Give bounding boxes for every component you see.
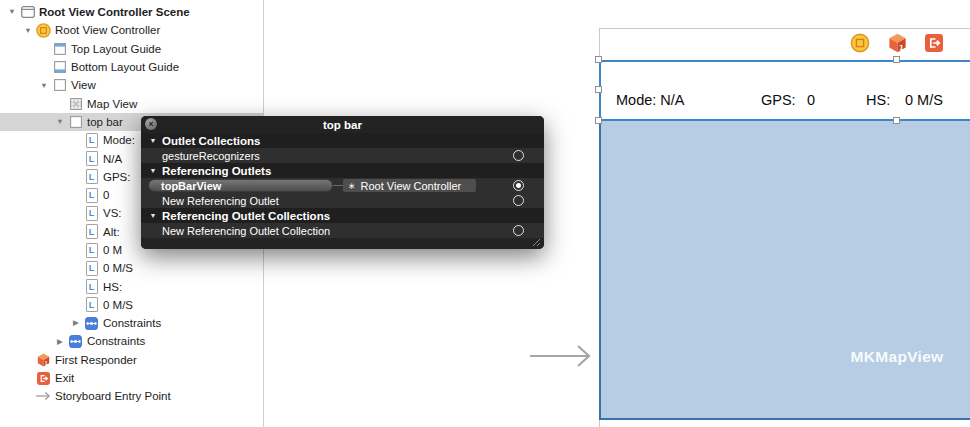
disclosure-closed-icon[interactable]: ▶: [68, 319, 84, 327]
disclosure-open-icon[interactable]: ▼: [4, 8, 20, 16]
outline-row-label: Constraints: [87, 335, 145, 347]
selection-handle-left-mid[interactable]: [595, 86, 602, 93]
outline-row-root-view-controller[interactable]: ▼Root View Controller: [0, 21, 263, 39]
view-icon: [68, 114, 83, 129]
popup-outlet-label: gestureRecognizers: [162, 150, 260, 162]
outline-row-map-view[interactable]: Map View: [0, 94, 263, 112]
outline-row-label: 0 M/S: [103, 262, 133, 274]
outline-row-view[interactable]: ▼View: [0, 76, 263, 94]
disclosure-open-icon[interactable]: ▼: [36, 82, 52, 90]
popup-outlet-row[interactable]: New Referencing Outlet Collection: [141, 223, 544, 238]
interface-builder-window: ▼Root View Controller Scene▼Root View Co…: [0, 0, 970, 427]
outline-row-label: Map View: [87, 98, 137, 110]
disclosure-open-icon[interactable]: ▼: [52, 118, 68, 126]
outline-row-label: GPS:: [103, 171, 130, 183]
label-icon: L: [84, 279, 99, 294]
outline-row-label: 0 M/S: [103, 299, 133, 311]
close-icon[interactable]: ×: [145, 118, 157, 130]
outline-row-label: HS:: [103, 281, 122, 293]
outline-row-label: Storyboard Entry Point: [55, 390, 171, 402]
connection-target[interactable]: ∗Root View Controller: [343, 179, 476, 192]
constraints-icon: [84, 316, 99, 331]
first-responder-icon[interactable]: 1: [887, 33, 907, 53]
outline-row-label: View: [71, 79, 96, 91]
outline-row-label: Exit: [55, 372, 74, 384]
label-icon: L: [84, 133, 99, 148]
outline-row-label: Constraints: [103, 317, 161, 329]
outline-row-0-m-s[interactable]: L0 M/S: [0, 259, 263, 277]
connections-popup: × top bar ▼Outlet CollectionsgestureReco…: [141, 116, 544, 249]
outline-row-root-view-controller-scene[interactable]: ▼Root View Controller Scene: [0, 3, 263, 21]
entry-icon: [36, 389, 51, 404]
connection-radio-filled[interactable]: [513, 180, 524, 191]
popup-section-header: ▼Outlet Collections: [141, 133, 544, 148]
selection-handle-top-mid[interactable]: [893, 56, 900, 63]
label-icon: L: [84, 169, 99, 184]
target-name: Root View Controller: [361, 180, 462, 192]
top-bar-view[interactable]: Mode: N/AGPS:0HS:0 M/SVS:0 M/SAlt:0 M: [599, 60, 970, 121]
bottom-guide-icon: [52, 60, 67, 75]
selection-handle-top-left[interactable]: [595, 56, 602, 63]
vc-icon: [36, 23, 51, 38]
outline-row-label: 0 M: [103, 244, 122, 256]
view-icon: [52, 78, 67, 93]
responder-icon: 1: [36, 352, 51, 367]
map-view-class-label: MKMapView: [601, 348, 970, 366]
selection-handle-bottom-mid[interactable]: [893, 117, 900, 124]
svg-text:1: 1: [45, 359, 48, 365]
label-icon: L: [84, 243, 99, 258]
popup-outlet-label: New Referencing Outlet: [162, 195, 279, 207]
label-icon: L: [84, 206, 99, 221]
popup-outlet-row[interactable]: New Referencing Outlet: [141, 193, 544, 208]
connected-outlet-pill[interactable]: topBarView: [148, 179, 333, 192]
exit-icon: [36, 371, 51, 386]
outline-row-constraints[interactable]: ▶Constraints: [0, 314, 263, 332]
outline-row-label: Mode:: [103, 134, 135, 146]
outline-row-label: Bottom Layout Guide: [71, 61, 179, 73]
svg-text:1: 1: [899, 43, 904, 52]
label-icon: L: [84, 151, 99, 166]
popup-section-title: Referencing Outlet Collections: [162, 210, 330, 222]
map-icon: [68, 96, 83, 111]
outline-row-label: Top Layout Guide: [71, 43, 161, 55]
outline-row-label: 0: [103, 189, 109, 201]
label-icon: L: [84, 188, 99, 203]
outline-row-constraints[interactable]: ▶Constraints: [0, 332, 263, 350]
top-bar-label: 0: [807, 92, 815, 108]
outline-row-first-responder[interactable]: 1First Responder: [0, 351, 263, 369]
disclosure-closed-icon[interactable]: ▶: [52, 338, 68, 346]
mkmapview[interactable]: MKMapView: [599, 121, 970, 420]
outline-row-top-layout-guide[interactable]: Top Layout Guide: [0, 40, 263, 58]
top-bar-label: GPS:: [761, 92, 796, 108]
popup-outlet-label: New Referencing Outlet Collection: [162, 225, 330, 237]
outline-row-label: top bar: [87, 116, 123, 128]
connection-radio-empty[interactable]: [513, 150, 524, 161]
outline-row-0-m-s[interactable]: L0 M/S: [0, 296, 263, 314]
popup-section-header: ▼Referencing Outlets: [141, 163, 544, 178]
view-controller-icon[interactable]: [850, 33, 870, 53]
disclosure-open-icon[interactable]: ▼: [146, 212, 160, 219]
outline-row-storyboard-entry-point[interactable]: Storyboard Entry Point: [0, 387, 263, 405]
label-icon: L: [84, 224, 99, 239]
connections-popup-title: top bar: [323, 119, 362, 131]
popup-outlet-row[interactable]: topBarView∗Root View Controller: [141, 178, 544, 193]
disclosure-open-icon[interactable]: ▼: [146, 167, 160, 174]
outline-row-bottom-layout-guide[interactable]: Bottom Layout Guide: [0, 58, 263, 76]
connections-popup-footer: [141, 238, 544, 249]
top-guide-icon: [52, 41, 67, 56]
outline-row-exit[interactable]: Exit: [0, 369, 263, 387]
outline-row-label: Alt:: [103, 226, 120, 238]
outline-row-label: VS:: [103, 207, 122, 219]
exit-icon[interactable]: [924, 33, 944, 53]
connection-radio-empty[interactable]: [513, 195, 524, 206]
outline-row-hs-[interactable]: LHS:: [0, 277, 263, 295]
selection-handle-bottom-left[interactable]: [595, 117, 602, 124]
disclosure-open-icon[interactable]: ▼: [146, 137, 160, 144]
resize-handle[interactable]: [531, 237, 541, 247]
popup-outlet-row[interactable]: gestureRecognizers: [141, 148, 544, 163]
disclosure-open-icon[interactable]: ▼: [20, 27, 36, 35]
popup-section-title: Outlet Collections: [162, 135, 260, 147]
outline-row-label: Root View Controller Scene: [39, 6, 190, 18]
connection-radio-empty[interactable]: [513, 225, 524, 236]
connections-popup-titlebar: × top bar: [141, 116, 544, 133]
